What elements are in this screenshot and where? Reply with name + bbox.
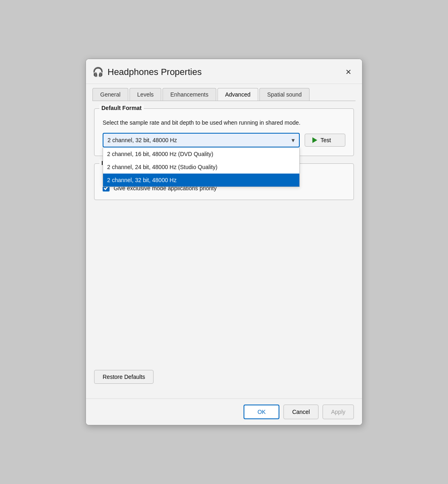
dropdown-option-dvd[interactable]: 2 channel, 16 bit, 48000 Hz (DVD Quality… <box>103 147 299 161</box>
test-button-label: Test <box>321 137 331 143</box>
dialog-title: Headphones Properties <box>108 67 341 77</box>
format-dropdown-wrapper: 2 channel, 16 bit, 48000 Hz (DVD Quality… <box>103 133 300 147</box>
tabs-bar: General Levels Enhancements Advanced Spa… <box>86 84 362 101</box>
default-format-description: Select the sample rate and bit depth to … <box>103 119 345 127</box>
test-button[interactable]: Test <box>305 134 345 147</box>
default-format-title: Default Format <box>99 105 144 111</box>
restore-defaults-button[interactable]: Restore Defaults <box>94 370 154 384</box>
dropdown-option-studio[interactable]: 2 channel, 24 bit, 48000 Hz (Studio Qual… <box>103 161 299 174</box>
bottom-buttons-bar: OK Cancel Apply <box>86 398 362 425</box>
headphones-icon: 🎧 <box>92 67 103 77</box>
tab-general[interactable]: General <box>92 88 128 101</box>
tab-levels[interactable]: Levels <box>130 88 161 101</box>
ok-button[interactable]: OK <box>244 405 279 419</box>
title-bar: 🎧 Headphones Properties ✕ <box>86 59 362 84</box>
tab-advanced[interactable]: Advanced <box>217 88 258 101</box>
default-format-group: Default Format Select the sample rate an… <box>94 108 354 156</box>
play-icon <box>312 137 317 143</box>
tab-spatial-sound[interactable]: Spatial sound <box>259 88 310 101</box>
apply-button[interactable]: Apply <box>323 405 354 419</box>
format-dropdown[interactable]: 2 channel, 16 bit, 48000 Hz (DVD Quality… <box>103 133 300 147</box>
close-button[interactable]: ✕ <box>341 65 356 79</box>
format-dropdown-row: 2 channel, 16 bit, 48000 Hz (DVD Quality… <box>103 133 345 147</box>
tab-enhancements[interactable]: Enhancements <box>163 88 216 101</box>
content-area: Default Format Select the sample rate an… <box>86 101 362 398</box>
cancel-button[interactable]: Cancel <box>283 405 318 419</box>
dropdown-open-list: 2 channel, 16 bit, 48000 Hz (DVD Quality… <box>103 147 300 187</box>
dropdown-option-32bit[interactable]: 2 channel, 32 bit, 48000 Hz <box>103 174 299 187</box>
headphones-properties-dialog: 🎧 Headphones Properties ✕ General Levels… <box>86 59 362 425</box>
